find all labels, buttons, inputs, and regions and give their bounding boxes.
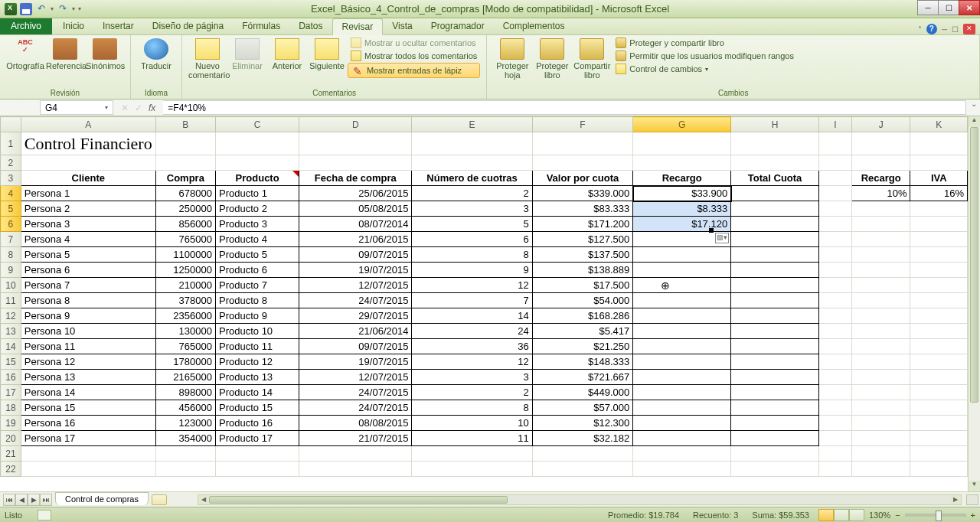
cell-D15[interactable]: 19/07/2015 (299, 354, 412, 370)
traducir-button[interactable]: Traducir (137, 37, 175, 70)
cell-J18[interactable] (851, 400, 910, 416)
cell-D22[interactable] (299, 462, 412, 477)
cell-B1[interactable] (155, 132, 215, 155)
nuevo-comentario-button[interactable]: Nuevo comentario (188, 37, 227, 80)
row-header-21[interactable]: 21 (1, 446, 21, 462)
cell-E2[interactable] (412, 155, 532, 171)
cell-E13[interactable]: 24 (412, 324, 532, 339)
scroll-right-icon[interactable]: ▶ (950, 495, 961, 504)
cell-F20[interactable]: $32.182 (532, 431, 632, 446)
cell-A7[interactable]: Persona 4 (21, 232, 155, 247)
control-cambios-button[interactable]: Control de cambios ▾ (612, 63, 797, 75)
cell-C1[interactable] (215, 132, 299, 155)
cell-I16[interactable] (818, 370, 851, 385)
cell-J2[interactable] (851, 155, 910, 171)
cell-H8[interactable] (731, 247, 819, 263)
cell-H2[interactable] (731, 155, 819, 171)
hscroll-end-icon[interactable] (966, 494, 978, 505)
cell-C8[interactable]: Producto 5 (215, 247, 299, 263)
cell-H17[interactable] (731, 385, 819, 400)
row-header-16[interactable]: 16 (1, 370, 21, 385)
cell-J19[interactable] (851, 416, 910, 431)
mostrar-ocultar-button[interactable]: Mostrar u ocultar comentarios (348, 37, 480, 49)
cell-G21[interactable] (633, 446, 731, 462)
mdi-min-icon[interactable]: ─ (942, 25, 947, 34)
cell-F19[interactable]: $12.300 (532, 416, 632, 431)
row-header-15[interactable]: 15 (1, 354, 21, 370)
tab-datos[interactable]: Datos (289, 18, 332, 34)
cell-J9[interactable] (851, 263, 910, 278)
cell-A17[interactable]: Persona 14 (21, 385, 155, 400)
cell-G15[interactable] (633, 354, 731, 370)
row-header-12[interactable]: 12 (1, 308, 21, 324)
cell-G14[interactable] (633, 339, 731, 354)
cell-D12[interactable]: 29/07/2015 (299, 308, 412, 324)
row-header-2[interactable]: 2 (1, 155, 21, 171)
cell-F21[interactable] (532, 446, 632, 462)
cell-A6[interactable]: Persona 3 (21, 217, 155, 232)
cell-D7[interactable]: 21/06/2015 (299, 232, 412, 247)
cell-E7[interactable]: 6 (412, 232, 532, 247)
fill-handle[interactable] (709, 228, 714, 233)
cell-E22[interactable] (412, 462, 532, 477)
cell-C21[interactable] (215, 446, 299, 462)
cell-G1[interactable] (633, 132, 731, 155)
macro-record-icon[interactable] (38, 510, 51, 520)
cell-G17[interactable] (633, 385, 731, 400)
cell-B15[interactable]: 1780000 (155, 354, 215, 370)
horizontal-scrollbar[interactable]: ◀ ▶ (198, 494, 962, 505)
scroll-left-icon[interactable]: ◀ (198, 495, 209, 504)
cell-K4[interactable]: 16% (910, 186, 968, 201)
cell-C15[interactable]: Producto 12 (215, 354, 299, 370)
cell-H22[interactable] (731, 462, 819, 477)
cell-C11[interactable]: Producto 8 (215, 293, 299, 308)
cell-A20[interactable]: Persona 17 (21, 431, 155, 446)
cell-D6[interactable]: 08/07/2014 (299, 217, 412, 232)
cell-E3[interactable]: Número de cuotras (412, 171, 532, 186)
cell-G6[interactable]: $17.120 (633, 217, 731, 232)
cell-G2[interactable] (633, 155, 731, 171)
row-header-4[interactable]: 4 (1, 186, 21, 201)
autofill-options-icon[interactable]: ▧▾ (715, 233, 729, 243)
cell-J3[interactable]: Recargo (851, 171, 910, 186)
cell-G10[interactable] (633, 278, 731, 293)
cell-J17[interactable] (851, 385, 910, 400)
cell-J15[interactable] (851, 354, 910, 370)
zoom-out-icon[interactable]: − (895, 511, 900, 520)
cell-D16[interactable]: 12/07/2015 (299, 370, 412, 385)
cell-H4[interactable] (731, 186, 819, 201)
cell-H11[interactable] (731, 293, 819, 308)
cell-A3[interactable]: Cliente (21, 171, 155, 186)
mdi-restore-icon[interactable]: ☐ (952, 25, 959, 34)
cell-E20[interactable]: 11 (412, 431, 532, 446)
cell-E15[interactable]: 12 (412, 354, 532, 370)
cell-F5[interactable]: $83.333 (532, 201, 632, 217)
redo-dropdown-icon[interactable]: ▾ (72, 5, 75, 12)
proteger-libro-button[interactable]: Proteger libro (533, 37, 571, 80)
cell-E9[interactable]: 9 (412, 263, 532, 278)
row-header-1[interactable]: 1 (1, 132, 21, 155)
page-break-view-icon[interactable] (849, 509, 864, 521)
cell-K13[interactable] (910, 324, 968, 339)
cell-C13[interactable]: Producto 10 (215, 324, 299, 339)
cell-H21[interactable] (731, 446, 819, 462)
cell-H16[interactable] (731, 370, 819, 385)
cell-H3[interactable]: Total Cuota (731, 171, 819, 186)
row-header-14[interactable]: 14 (1, 339, 21, 354)
undo-icon[interactable]: ↶ (35, 3, 47, 15)
cell-J20[interactable] (851, 431, 910, 446)
cell-C14[interactable]: Producto 11 (215, 339, 299, 354)
maximize-button[interactable]: ☐ (938, 0, 959, 15)
cell-J8[interactable] (851, 247, 910, 263)
cell-A4[interactable]: Persona 1 (21, 186, 155, 201)
cell-C20[interactable]: Producto 17 (215, 431, 299, 446)
minimize-ribbon-icon[interactable]: ˄ (918, 25, 922, 34)
row-header-3[interactable]: 3 (1, 171, 21, 186)
file-tab[interactable]: Archivo (0, 18, 52, 34)
cell-G12[interactable] (633, 308, 731, 324)
cell-D3[interactable]: Fecha de compra (299, 171, 412, 186)
cell-E17[interactable]: 2 (412, 385, 532, 400)
cell-I18[interactable] (818, 400, 851, 416)
cell-C5[interactable]: Producto 2 (215, 201, 299, 217)
cell-K17[interactable] (910, 385, 968, 400)
